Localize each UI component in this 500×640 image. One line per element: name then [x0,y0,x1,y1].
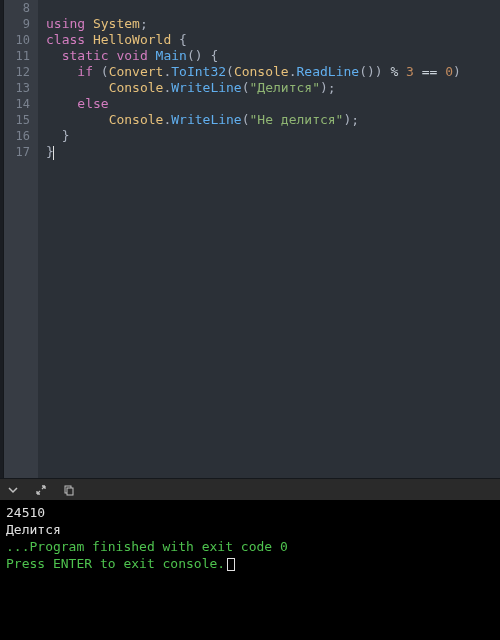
line-number: 10 [4,32,30,48]
code-line[interactable]: } [46,144,500,160]
terminal-line: Press ENTER to exit console. [6,555,494,572]
line-number: 14 [4,96,30,112]
terminal-line: 24510 [6,504,494,521]
terminal-toolbar [0,478,500,500]
line-number: 8 [4,0,30,16]
code-line[interactable]: static void Main() { [46,48,500,64]
code-editor[interactable]: 891011121314151617 using System;class He… [0,0,500,478]
terminal-cursor [227,558,235,571]
code-content[interactable]: using System;class HelloWorld { static v… [38,0,500,478]
line-number: 15 [4,112,30,128]
line-number: 16 [4,128,30,144]
editor-cursor [53,146,54,160]
code-line[interactable]: Console.WriteLine("Не делится"); [46,112,500,128]
line-number-gutter: 891011121314151617 [4,0,38,478]
line-number: 9 [4,16,30,32]
chevron-down-icon[interactable] [6,483,20,497]
code-line[interactable]: Console.WriteLine("Делится"); [46,80,500,96]
svg-rect-1 [67,488,73,495]
terminal-output[interactable]: 24510Делится...Program finished with exi… [0,500,500,640]
code-line[interactable]: if (Convert.ToInt32(Console.ReadLine()) … [46,64,500,80]
expand-icon[interactable] [34,483,48,497]
line-number: 11 [4,48,30,64]
copy-icon[interactable] [62,483,76,497]
terminal-line: Делится [6,521,494,538]
code-line[interactable]: class HelloWorld { [46,32,500,48]
code-line[interactable] [46,0,500,16]
code-line[interactable]: } [46,128,500,144]
line-number: 12 [4,64,30,80]
code-line[interactable]: using System; [46,16,500,32]
line-number: 13 [4,80,30,96]
terminal-line: ...Program finished with exit code 0 [6,538,494,555]
line-number: 17 [4,144,30,160]
code-line[interactable]: else [46,96,500,112]
